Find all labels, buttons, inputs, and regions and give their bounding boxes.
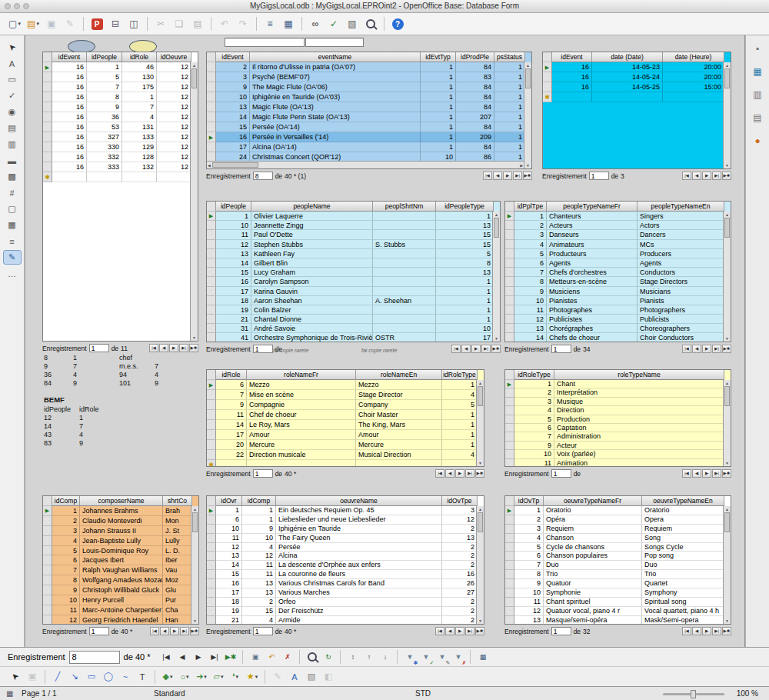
cell[interactable]: 16 xyxy=(216,132,250,142)
cell[interactable]: 11 xyxy=(514,598,544,607)
table-row[interactable]: 3Johann Strauss IIJ. St xyxy=(43,526,198,536)
cell[interactable]: 3 xyxy=(514,230,547,239)
cell[interactable]: 207 xyxy=(456,112,494,122)
cell[interactable]: Iphigénie en Tauride (OA'03) xyxy=(250,92,421,102)
cell[interactable]: 1 xyxy=(494,82,525,92)
cell[interactable]: 327 xyxy=(87,132,122,142)
column-header[interactable]: idComp xyxy=(242,496,276,506)
rectangle-icon[interactable]: ▭ xyxy=(84,669,99,685)
cell[interactable]: Jacques Ibert xyxy=(80,555,163,565)
cell[interactable]: The King, Mars xyxy=(356,420,442,430)
column-header[interactable]: idOeuvre xyxy=(157,52,191,62)
cell[interactable]: 7 xyxy=(87,82,122,92)
paste-icon[interactable]: ▤ xyxy=(189,15,206,32)
cell[interactable]: 1 xyxy=(421,142,456,152)
cell[interactable]: Olivier Laquerre xyxy=(251,212,373,221)
cell[interactable]: Han xyxy=(163,615,192,625)
cell[interactable]: 11 xyxy=(216,410,247,420)
last-record-button[interactable]: ▶| xyxy=(712,345,721,353)
previous-record-button[interactable]: ◀ xyxy=(159,344,168,352)
column-header[interactable]: idRole xyxy=(122,52,157,62)
new-document-dropdown-arrow[interactable]: ▾ xyxy=(18,21,21,27)
cell[interactable] xyxy=(552,92,592,102)
cell[interactable]: 13 xyxy=(242,579,276,588)
new-record-button[interactable]: ▶✱ xyxy=(190,627,199,635)
first-record-button[interactable]: |◀ xyxy=(149,344,158,352)
cell[interactable] xyxy=(157,172,191,182)
table-row[interactable]: 8TrioTrio xyxy=(505,570,731,579)
cell[interactable]: 8 xyxy=(436,258,494,268)
table-row[interactable]: 17AmourAmour1 xyxy=(207,430,484,440)
cell[interactable]: S. Stubbs xyxy=(373,240,436,249)
column-header[interactable]: composerName xyxy=(80,496,163,506)
fontwork-icon[interactable]: A xyxy=(287,669,302,685)
table-row[interactable]: 4AnimateursMCs xyxy=(505,240,731,249)
table-row[interactable]: 19Colin Balzer1 xyxy=(207,305,500,315)
cell[interactable]: 1 xyxy=(436,315,494,324)
table-row[interactable]: 13ChorégraphesChoreographers xyxy=(505,324,731,333)
cell[interactable]: 12 xyxy=(216,543,242,552)
record-number-input[interactable] xyxy=(589,172,609,180)
cell[interactable]: 27 xyxy=(442,588,478,598)
callouts-dropdown-arrow[interactable]: ▾ xyxy=(236,674,239,680)
column-header[interactable]: idRole xyxy=(216,370,247,380)
cell[interactable]: Mercure xyxy=(356,440,442,450)
cell[interactable]: Mercure xyxy=(247,440,356,450)
vertical-scrollbar[interactable]: ▲▼ xyxy=(723,62,731,168)
cell[interactable]: 330 xyxy=(87,142,122,152)
sort-descending-icon[interactable]: ↓ xyxy=(378,650,392,665)
table-row[interactable]: 1633313212 xyxy=(43,162,198,172)
table-row[interactable]: 12Quatuor vocal, piano 4 rVocal quartett… xyxy=(505,607,731,616)
cell[interactable]: 11 xyxy=(242,561,276,570)
page-style[interactable]: Standard xyxy=(154,687,185,700)
table-row[interactable]: 11Chant spirituelSpiritual song xyxy=(505,598,731,607)
table-row[interactable]: 1312Alcina2 xyxy=(207,552,484,561)
cell[interactable]: Musiciens xyxy=(547,287,638,296)
vertical-scrollbar[interactable]: ▲▼ xyxy=(190,62,198,341)
new-record-row[interactable]: ✱ xyxy=(543,92,731,102)
cell[interactable]: Iphigénie en Tauride xyxy=(276,525,442,534)
cell[interactable]: 84 xyxy=(456,142,494,152)
cell[interactable]: Pop song xyxy=(642,552,724,561)
cell[interactable]: 1 xyxy=(421,102,456,112)
cell[interactable]: Trio xyxy=(544,570,642,579)
cell[interactable]: 15 xyxy=(216,122,250,132)
table-row[interactable]: 3RequiemRequiem xyxy=(505,525,731,534)
selection-mode[interactable]: STD xyxy=(415,687,431,700)
cell[interactable]: 12 xyxy=(157,72,191,82)
cell[interactable]: Ralph Vaughan Williams xyxy=(80,565,163,575)
table-row[interactable]: 1511La couronne de fleurs16 xyxy=(207,570,484,579)
cell[interactable]: 12 xyxy=(157,62,191,72)
arrow-line-icon[interactable]: ↘ xyxy=(67,669,82,685)
cell[interactable]: 4 xyxy=(514,406,554,415)
record-number-input[interactable] xyxy=(89,627,109,635)
cell[interactable]: Agents xyxy=(638,258,724,268)
table-row[interactable]: 4Direction xyxy=(505,406,731,415)
last-record-button[interactable]: ▶| xyxy=(712,172,721,180)
table-row[interactable]: 18Aaron SheehanA. Sheehan1 xyxy=(207,296,500,305)
vertical-scrollbar[interactable]: ▲▼ xyxy=(524,62,531,168)
cell[interactable]: 10 xyxy=(216,92,250,102)
cell[interactable]: Choir Conductors xyxy=(638,333,724,342)
delete-record-icon[interactable]: ✗ xyxy=(280,650,295,665)
table-row[interactable]: 5Louis-Dominique RoyL. D. xyxy=(43,546,198,556)
first-record-button[interactable]: |◀ xyxy=(682,345,691,353)
cell[interactable]: 12 xyxy=(514,607,544,616)
cell[interactable]: Il ritorno d'Ulisse in patria (OA'07) xyxy=(250,62,421,72)
cell[interactable]: Compagnie xyxy=(247,400,356,410)
cell[interactable]: 128 xyxy=(122,152,157,162)
cell[interactable]: Colin Balzer xyxy=(251,305,373,315)
cell[interactable]: 3 xyxy=(52,526,80,536)
gallery-icon[interactable]: ▧ xyxy=(344,15,361,32)
form-text-field-1[interactable] xyxy=(225,38,305,47)
cell[interactable] xyxy=(373,305,436,315)
cell[interactable]: Armide xyxy=(276,616,442,625)
cell[interactable]: Conductors xyxy=(638,268,724,277)
next-record-button[interactable]: ▶ xyxy=(702,469,711,478)
cell[interactable]: 31 xyxy=(216,324,251,333)
stars-icon[interactable]: ★▾ xyxy=(245,669,260,685)
cell[interactable]: Iber xyxy=(163,555,192,565)
push-button-icon[interactable]: ▬ xyxy=(3,153,22,168)
flowchart-dropdown-arrow[interactable]: ▾ xyxy=(221,674,224,680)
cell[interactable]: 17 xyxy=(216,588,242,598)
